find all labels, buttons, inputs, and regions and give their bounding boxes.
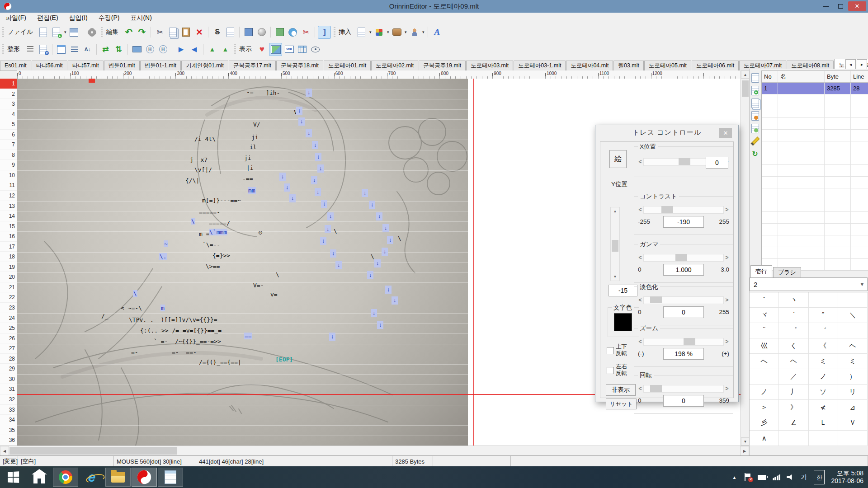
memo-icon[interactable]	[224, 26, 236, 38]
slider-right-icon[interactable]: >	[724, 385, 730, 392]
line-number[interactable]: 9	[0, 160, 17, 170]
undo-icon[interactable]: ↶	[123, 26, 135, 38]
slider-right-icon[interactable]: >	[724, 338, 730, 345]
new-file-icon[interactable]	[37, 26, 49, 38]
picture-button[interactable]: 絵	[609, 150, 627, 168]
table-view-icon[interactable]	[296, 43, 308, 56]
home-button[interactable]	[27, 468, 52, 487]
ime-korean-icon[interactable]: 한	[814, 470, 825, 484]
save-file-icon[interactable]	[68, 26, 80, 38]
document-tab[interactable]: 도로테아06.mlt	[692, 61, 739, 70]
document-tab[interactable]: 도로테아05.mlt	[644, 61, 691, 70]
document-tab[interactable]: 도로테아04.mlt	[566, 61, 613, 70]
palette-character-cell[interactable]: ≮	[809, 400, 838, 415]
table-row-empty[interactable]	[762, 247, 868, 259]
gamma-slider[interactable]: <>	[637, 253, 730, 262]
document-tab[interactable]: 도로테아01.mlt	[324, 61, 371, 70]
line-number[interactable]: 5	[0, 119, 17, 130]
slider-left-icon[interactable]: <	[637, 297, 643, 303]
table-row-selected[interactable]: 1328528	[762, 83, 868, 94]
maximize-button[interactable]	[834, 1, 847, 11]
contrast-slider[interactable]: <>	[637, 206, 730, 214]
font-a-icon[interactable]: A	[431, 26, 443, 38]
delete-icon[interactable]: ×	[193, 26, 205, 38]
table-row-empty[interactable]	[762, 188, 868, 200]
taskbar-chrome[interactable]	[53, 468, 78, 487]
insert-person-icon[interactable]	[408, 26, 420, 38]
green-box-icon[interactable]	[274, 26, 286, 38]
rotate-slider[interactable]: <>	[637, 385, 730, 393]
document-tab[interactable]: 넵튠01.mlt	[104, 61, 140, 70]
heart-icon[interactable]: ♥	[256, 43, 268, 56]
y-position-scrollbar[interactable]: ▲ ▼	[610, 207, 620, 281]
line-number[interactable]: 16	[0, 231, 17, 242]
palette-character-cell[interactable]: ∠	[779, 415, 808, 431]
slider-right-icon[interactable]: >	[724, 254, 730, 261]
taskbar-file-explorer[interactable]	[105, 468, 131, 487]
palette-character-cell[interactable]	[779, 431, 808, 446]
dialog-close-icon[interactable]: ✕	[719, 128, 732, 138]
pencil-edit-icon[interactable]	[750, 135, 760, 147]
y-scroll-thumb[interactable]	[612, 240, 618, 252]
line-number[interactable]: 35	[0, 425, 17, 436]
palette-character-cell[interactable]: ¨	[750, 323, 779, 338]
line-number[interactable]: 27	[0, 343, 17, 354]
palette-character-cell[interactable]: ヘ	[838, 338, 868, 354]
scroll-up-icon[interactable]: ▲	[741, 70, 750, 79]
palette-character-cell[interactable]: リ	[838, 385, 868, 400]
x-position-value[interactable]: 0	[706, 157, 728, 169]
tab-scroll-right-icon[interactable]: ▸	[857, 59, 867, 70]
palette-character-cell[interactable]: く	[779, 338, 808, 354]
palette-character-cell[interactable]: へ	[750, 354, 779, 369]
tray-expand-icon[interactable]: ▲	[731, 470, 738, 484]
text-color-swatch[interactable]	[614, 313, 632, 331]
line-number[interactable]: 28	[0, 354, 17, 364]
document-tab[interactable]: 타냐57.mlt	[68, 61, 104, 70]
document-tab[interactable]: 도로테아03-1.mlt	[514, 61, 566, 70]
line-number[interactable]: 29	[0, 364, 17, 374]
ime-mode-icon[interactable]: 가	[800, 470, 807, 484]
table-row-empty[interactable]	[762, 200, 868, 212]
strikethrough-icon[interactable]: S	[211, 26, 223, 38]
line-number[interactable]: 6	[0, 130, 17, 140]
cut-icon[interactable]: ✂	[154, 26, 166, 38]
play-right-icon[interactable]: ▶	[175, 43, 187, 56]
palette-character-cell[interactable]: ）	[838, 369, 868, 385]
line-number[interactable]: 12	[0, 191, 17, 201]
line-number[interactable]: 15	[0, 221, 17, 232]
palette-character-cell[interactable]: ソ	[809, 385, 838, 400]
line-number[interactable]: 32	[0, 394, 17, 405]
document-tab[interactable]: 렐03.mlt	[613, 61, 644, 70]
trace-control-dialog[interactable]: トレス コントロール ✕ 絵 X位置 < > 0 Y位置 ▲ ▼ -15	[595, 125, 739, 402]
palette-character-cell[interactable]: Ｖ	[838, 415, 868, 431]
palette-character-cell[interactable]: ヾ	[750, 308, 779, 323]
palette-character-cell[interactable]: 巛	[750, 338, 779, 354]
battery-icon[interactable]	[758, 470, 766, 484]
sync-icon[interactable]: ↻	[750, 147, 760, 160]
line-number[interactable]: 30	[0, 374, 17, 385]
line-number[interactable]: 13	[0, 201, 17, 211]
slider-left-icon[interactable]: <	[637, 254, 643, 261]
palette-character-cell[interactable]: ／	[779, 369, 808, 385]
zoom-slider[interactable]: <>	[637, 338, 730, 346]
vertical-scrollbar[interactable]: ▲ ▼	[741, 70, 750, 446]
document-tab[interactable]: 군복공주19.mlt	[419, 61, 466, 70]
red-cut-icon[interactable]: ✂	[300, 26, 312, 38]
table-row-empty[interactable]	[762, 212, 868, 224]
play-left-icon[interactable]: ◀	[188, 43, 200, 56]
table-row-empty[interactable]	[762, 130, 868, 141]
palette-character-cell[interactable]	[838, 323, 868, 338]
table-row-empty[interactable]	[762, 94, 868, 106]
flip-horizontal-checkbox[interactable]	[607, 367, 614, 374]
copy-icon[interactable]	[167, 26, 179, 38]
line-number[interactable]: 2	[0, 89, 17, 99]
palette-character-cell[interactable]: Ｌ	[809, 415, 838, 431]
table-row-empty[interactable]	[762, 224, 868, 235]
table-row-empty[interactable]	[762, 118, 868, 130]
taskbar-notepad[interactable]	[158, 468, 183, 487]
line-number[interactable]: 24	[0, 313, 17, 324]
y-down-icon[interactable]: ▼	[611, 273, 619, 281]
document-tab[interactable]: 군복공주17.mlt	[229, 61, 276, 70]
palette-character-cell[interactable]: ノ	[809, 369, 838, 385]
palette-character-cell[interactable]	[809, 431, 838, 446]
